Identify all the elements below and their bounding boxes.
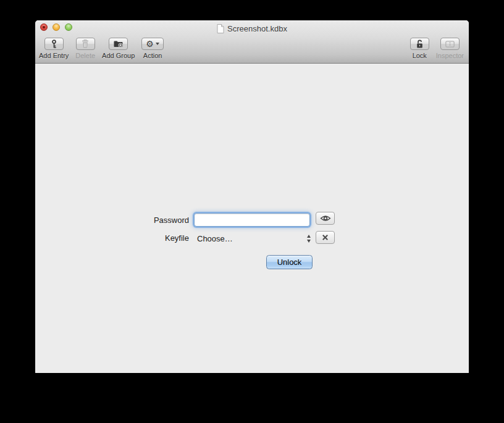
clear-keyfile-button[interactable] [316,231,335,244]
trash-icon [82,40,89,48]
add-group-button[interactable] [109,38,128,50]
password-label: Password [154,216,189,225]
toolbar-item-inspector: Inspector [436,38,464,59]
key-icon [50,40,58,48]
keyfile-selected-value: Choose… [197,234,233,243]
toolbar-item-action: ⚙ Action [141,38,164,59]
add-group-label: Add Group [102,52,135,59]
lock-label: Lock [413,52,427,59]
close-x-icon [322,234,329,241]
document-proxy-icon [217,24,224,33]
window-title: Screenshot.kdbx [227,24,287,33]
title-area: Screenshot.kdbx [35,20,469,36]
inspector-button[interactable] [440,38,460,50]
eye-icon [320,215,331,222]
action-label: Action [143,52,162,59]
toolbar-item-delete: Delete [75,38,95,59]
unlock-screen: Password Keyfile Choose… [35,64,469,373]
padlock-open-icon [416,40,424,48]
window-header: Screenshot.kdbx [35,20,469,64]
lock-button[interactable] [410,38,429,50]
show-password-button[interactable] [316,212,335,225]
toolbar-item-add-group: Add Group [102,38,135,59]
password-input[interactable] [194,213,310,227]
toolbar-item-add-entry: Add Entry [39,38,69,59]
toolbar-item-lock: Lock [410,38,429,59]
toolbar-right-group: Lock Inspector [410,38,464,59]
titlebar: Screenshot.kdbx [35,20,469,36]
add-entry-button[interactable] [44,38,64,50]
folder-plus-icon [114,40,123,48]
unlock-button[interactable]: Unlock [266,255,313,269]
toolbar: Add Entry [35,36,469,64]
gear-icon: ⚙ [146,40,154,48]
delete-label: Delete [75,52,95,59]
app-window: Screenshot.kdbx [35,20,469,373]
action-button[interactable]: ⚙ [141,38,164,50]
toolbar-left-group: Add Entry [39,38,164,59]
add-entry-label: Add Entry [39,52,69,59]
popup-stepper-icon [307,233,311,244]
info-panel-icon [445,41,455,48]
inspector-label: Inspector [436,52,464,59]
chevron-down-icon [156,43,159,45]
delete-button[interactable] [76,38,95,50]
keyfile-label: Keyfile [165,233,189,243]
